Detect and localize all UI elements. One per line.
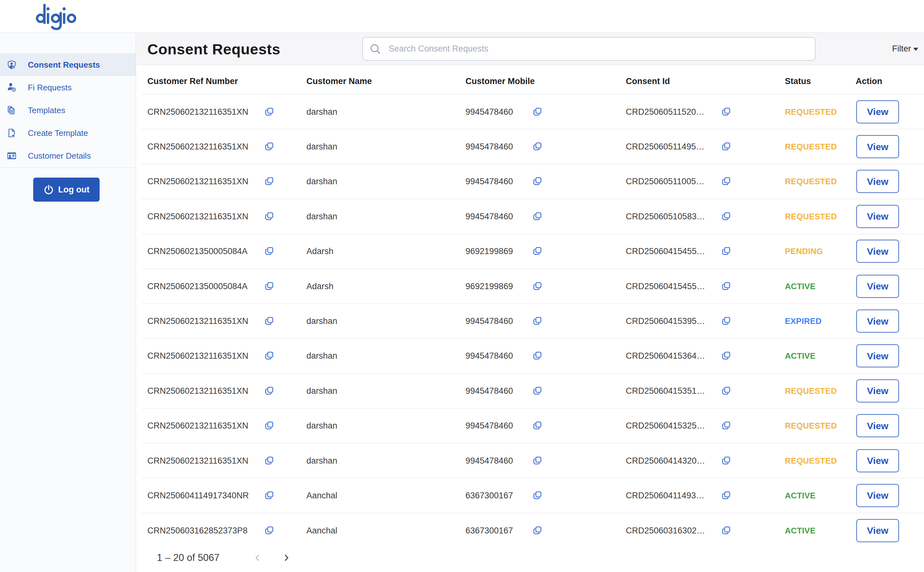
- copy-mobile-icon[interactable]: [533, 177, 541, 185]
- filter-label: Filter: [892, 44, 911, 54]
- copy-mobile-icon[interactable]: [533, 143, 541, 151]
- sidebar-item-fi-requests[interactable]: Fi Requests: [0, 76, 136, 99]
- copy-mobile-icon[interactable]: [533, 282, 541, 291]
- consent-id: CRD25060415351…: [626, 386, 705, 396]
- table-row: CRN250602132116351XN darshan 9945478460 …: [141, 339, 924, 373]
- view-button[interactable]: View: [856, 449, 899, 472]
- view-button-label: View: [867, 490, 888, 501]
- view-button[interactable]: View: [856, 484, 899, 507]
- copy-consent-id-icon[interactable]: [722, 421, 730, 430]
- copy-consent-id-icon[interactable]: [722, 108, 730, 116]
- table-row: CRN250602132116351XN darshan 9945478460 …: [141, 373, 924, 408]
- page-title: Consent Requests: [147, 33, 280, 65]
- copy-ref-icon[interactable]: [265, 177, 273, 185]
- copy-mobile-icon[interactable]: [533, 527, 541, 535]
- customer-ref-number: CRN250602132116351XN: [147, 456, 248, 465]
- search-input[interactable]: [389, 39, 815, 59]
- table-row: CRN250604114917340NR Aanchal 6367300167 …: [141, 478, 924, 513]
- customer-name: darshan: [306, 351, 337, 361]
- sidebar-item-create-template[interactable]: Create Template: [0, 122, 136, 145]
- copy-consent-id-icon[interactable]: [722, 282, 730, 291]
- copy-ref-icon[interactable]: [265, 108, 273, 116]
- copy-mobile-icon[interactable]: [533, 247, 541, 255]
- copy-consent-id-icon[interactable]: [722, 212, 730, 221]
- copy-ref-icon[interactable]: [265, 317, 273, 325]
- copy-consent-id-icon[interactable]: [722, 387, 730, 395]
- filter-button[interactable]: Filter: [892, 33, 918, 65]
- sidebar-item-label: Create Template: [28, 128, 88, 138]
- view-button[interactable]: View: [856, 135, 899, 159]
- view-button[interactable]: View: [856, 170, 899, 193]
- copy-consent-id-icon[interactable]: [722, 247, 730, 255]
- customer-mobile: 9945478460: [466, 316, 513, 326]
- copy-consent-id-icon[interactable]: [722, 527, 730, 535]
- sidebar-item-customer-details[interactable]: Customer Details: [0, 145, 136, 167]
- view-button[interactable]: View: [856, 519, 899, 542]
- view-button[interactable]: View: [856, 275, 899, 298]
- copy-ref-icon[interactable]: [265, 212, 273, 221]
- sidebar-item-templates[interactable]: Templates: [0, 99, 136, 122]
- previous-page-icon[interactable]: [252, 553, 262, 563]
- view-button[interactable]: View: [856, 205, 899, 228]
- sidebar: Consent Requests Fi Requests: [0, 33, 136, 572]
- customer-name: Aanchal: [306, 490, 337, 500]
- copy-consent-id-icon[interactable]: [722, 457, 730, 465]
- view-button[interactable]: View: [856, 414, 899, 437]
- view-button[interactable]: View: [856, 310, 899, 333]
- body-row: Consent Requests Fi Requests: [0, 32, 924, 572]
- caret-down-icon: [913, 48, 918, 51]
- view-button-label: View: [867, 350, 888, 361]
- column-header-status: Status: [785, 65, 811, 95]
- copy-mobile-icon[interactable]: [533, 108, 541, 116]
- copy-ref-icon[interactable]: [265, 282, 273, 291]
- copy-consent-id-icon[interactable]: [722, 317, 730, 325]
- sidebar-divider: [0, 168, 136, 168]
- customer-mobile: 9692199869: [466, 247, 513, 256]
- sidebar-item-consent-requests[interactable]: Consent Requests: [0, 53, 136, 76]
- view-button[interactable]: View: [856, 100, 899, 123]
- copy-ref-icon[interactable]: [265, 247, 273, 255]
- copy-ref-icon[interactable]: [265, 491, 273, 500]
- customer-name: Adarsh: [306, 247, 333, 256]
- page: Consent Requests Fi Requests: [0, 0, 924, 572]
- copy-ref-icon[interactable]: [265, 527, 273, 535]
- copy-mobile-icon[interactable]: [533, 491, 541, 500]
- table-row: CRN250602132116351XN darshan 9945478460 …: [141, 129, 924, 164]
- copy-ref-icon[interactable]: [265, 143, 273, 151]
- customer-name: Adarsh: [306, 281, 333, 291]
- next-page-icon[interactable]: [282, 553, 291, 563]
- digio-logo-icon: [35, 3, 76, 31]
- status-badge: REQUESTED: [785, 142, 837, 152]
- copy-consent-id-icon[interactable]: [722, 177, 730, 185]
- copy-mobile-icon[interactable]: [533, 212, 541, 221]
- copy-consent-id-icon[interactable]: [722, 491, 730, 500]
- customer-ref-number: CRN250602132116351XN: [147, 421, 248, 431]
- view-button[interactable]: View: [856, 240, 899, 263]
- customer-name: darshan: [306, 316, 337, 326]
- consent-id: CRD25060316302…: [626, 525, 705, 535]
- copy-mobile-icon[interactable]: [533, 387, 541, 395]
- view-button-label: View: [867, 525, 888, 536]
- view-button[interactable]: View: [856, 345, 899, 368]
- view-button[interactable]: View: [856, 379, 899, 402]
- copy-consent-id-icon[interactable]: [722, 352, 730, 360]
- logout-button[interactable]: Log out: [33, 177, 100, 202]
- pagination-range-label: 1 – 20 of 5067: [157, 552, 220, 563]
- copy-ref-icon[interactable]: [265, 457, 273, 465]
- copy-ref-icon[interactable]: [265, 421, 273, 430]
- copy-mobile-icon[interactable]: [533, 352, 541, 360]
- column-header-ref: Customer Ref Number: [147, 65, 238, 95]
- copy-mobile-icon[interactable]: [533, 421, 541, 430]
- copy-mobile-icon[interactable]: [533, 317, 541, 325]
- copy-ref-icon[interactable]: [265, 352, 273, 360]
- copy-ref-icon[interactable]: [265, 387, 273, 395]
- view-button-label: View: [867, 176, 888, 187]
- table-body: CRN250602132116351XN darshan 9945478460 …: [141, 95, 924, 548]
- sidebar-item-label: Fi Requests: [28, 83, 72, 93]
- copy-consent-id-icon[interactable]: [722, 143, 730, 151]
- customer-name: darshan: [306, 107, 337, 117]
- content-header: Consent Requests Filter: [136, 33, 924, 65]
- status-badge: REQUESTED: [785, 421, 837, 431]
- column-header-action: Action: [856, 65, 882, 95]
- copy-mobile-icon[interactable]: [533, 457, 541, 465]
